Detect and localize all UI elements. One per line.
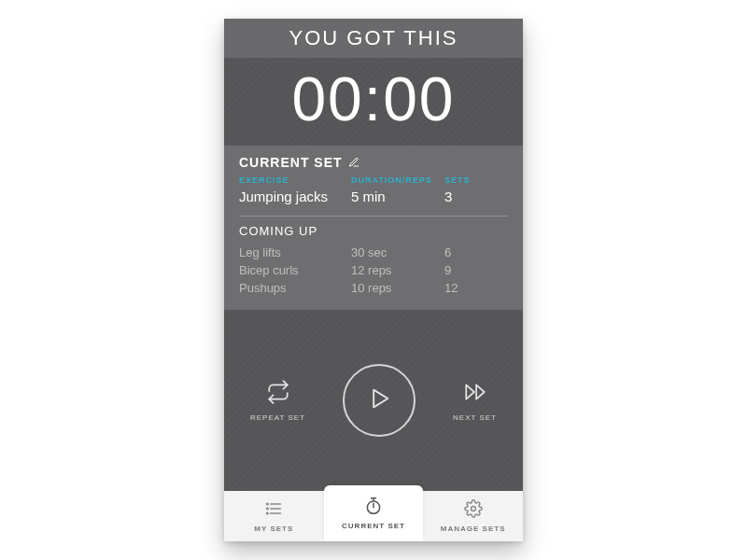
stopwatch-icon [364,497,383,519]
play-icon [366,385,392,415]
svg-point-7 [267,508,269,510]
sets-panel: CURRENT SET EXERCISE DURATION/REPS SETS … [224,146,523,310]
tab-manage-sets[interactable]: MANAGE SETS [423,491,523,541]
svg-marker-2 [476,385,485,399]
tab-my-sets-label: MY SETS [254,525,293,533]
upcoming-exercise-duration: 30 sec [351,245,444,259]
repeat-set-button[interactable]: REPEAT SET [250,380,305,422]
current-exercise-sets: 3 [444,189,508,204]
playback-controls: REPEAT SET NEXT SET [224,310,523,491]
upcoming-exercise-name: Leg lifts [239,245,351,259]
divider [239,216,508,217]
list-icon [264,499,283,522]
current-set-label: CURRENT SET [239,155,343,170]
upcoming-exercise-name: Pushups [239,281,351,295]
col-header-duration: DURATION/REPS [351,175,444,185]
current-exercise-name: Jumping jacks [239,189,351,204]
current-exercise-duration: 5 min [351,189,444,204]
tab-my-sets[interactable]: MY SETS [224,491,324,541]
current-set-heading: CURRENT SET [239,155,508,170]
col-header-exercise: EXERCISE [239,175,351,185]
repeat-set-label: REPEAT SET [250,413,305,422]
tab-current-set[interactable]: CURRENT SET [324,485,424,541]
header-title: YOU GOT THIS [289,26,458,49]
motivation-header: YOU GOT THIS [224,19,523,58]
upcoming-exercise-sets: 6 [444,245,508,259]
svg-marker-0 [374,390,388,408]
svg-point-8 [267,512,269,514]
timer-display: 00:00 [224,58,523,146]
upcoming-exercise-name: Bicep curls [239,263,351,277]
svg-marker-1 [466,385,474,399]
timer-value: 00:00 [291,64,455,133]
upcoming-exercise-sets: 12 [444,281,508,295]
edit-icon[interactable] [348,157,359,168]
column-headers: EXERCISE DURATION/REPS SETS [239,175,508,185]
upcoming-row: Pushups 10 reps 12 [239,279,508,297]
gear-icon [464,499,483,522]
next-set-label: NEXT SET [453,413,497,422]
bottom-tabbar: MY SETS CURRENT SET MANAGE SETS [224,491,523,541]
svg-point-13 [471,507,475,511]
tab-manage-sets-label: MANAGE SETS [441,525,506,533]
current-exercise-row: Jumping jacks 5 min 3 [239,187,508,214]
play-button[interactable] [343,364,416,437]
upcoming-row: Leg lifts 30 sec 6 [239,244,508,261]
app-screen: YOU GOT THIS 00:00 CURRENT SET EXERCISE … [224,19,523,541]
next-set-button[interactable]: NEXT SET [453,380,497,422]
upcoming-exercise-duration: 10 reps [351,281,444,295]
repeat-icon [266,380,290,408]
upcoming-exercise-duration: 12 reps [351,263,444,277]
skip-forward-icon [463,380,487,408]
upcoming-row: Bicep curls 12 reps 9 [239,261,508,279]
tab-current-set-label: CURRENT SET [342,522,405,530]
col-header-sets: SETS [444,175,508,185]
coming-up-label: COMING UP [239,224,508,238]
svg-point-6 [267,503,269,505]
upcoming-exercise-sets: 9 [444,263,508,277]
